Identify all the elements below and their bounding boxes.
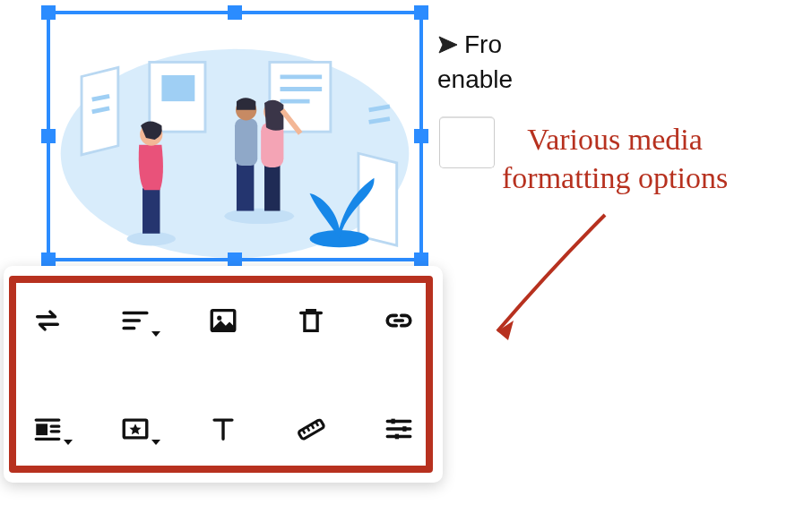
annotation-highlight-box: [9, 276, 433, 473]
bg-line2: enable: [437, 65, 513, 93]
gallery-illustration: [50, 14, 419, 258]
resize-handle-bottom-left[interactable]: [41, 252, 56, 267]
resize-handle-top-left[interactable]: [41, 5, 56, 20]
background-cropped-text: Fro enable: [437, 27, 513, 97]
svg-point-18: [224, 209, 294, 224]
resize-handle-middle-right[interactable]: [414, 129, 428, 143]
resize-handle-bottom-right[interactable]: [414, 252, 428, 267]
background-input-fragment: [439, 116, 495, 168]
svg-rect-19: [237, 162, 254, 210]
annotation-text: Various media formatting options: [502, 121, 728, 197]
resize-handle-bottom-middle[interactable]: [228, 252, 242, 267]
bg-line1: Fro: [464, 30, 502, 58]
resize-handle-top-middle[interactable]: [228, 5, 242, 20]
svg-rect-16: [143, 188, 160, 234]
paper-plane-icon: [437, 34, 459, 56]
selected-image[interactable]: [47, 11, 423, 261]
svg-rect-6: [161, 75, 194, 101]
resize-handle-top-right[interactable]: [414, 5, 428, 20]
resize-handle-middle-left[interactable]: [41, 129, 56, 143]
svg-rect-5: [358, 153, 397, 245]
svg-point-15: [127, 232, 176, 246]
annotation-arrow: [444, 206, 623, 367]
svg-rect-20: [235, 119, 257, 166]
svg-rect-22: [264, 164, 280, 210]
